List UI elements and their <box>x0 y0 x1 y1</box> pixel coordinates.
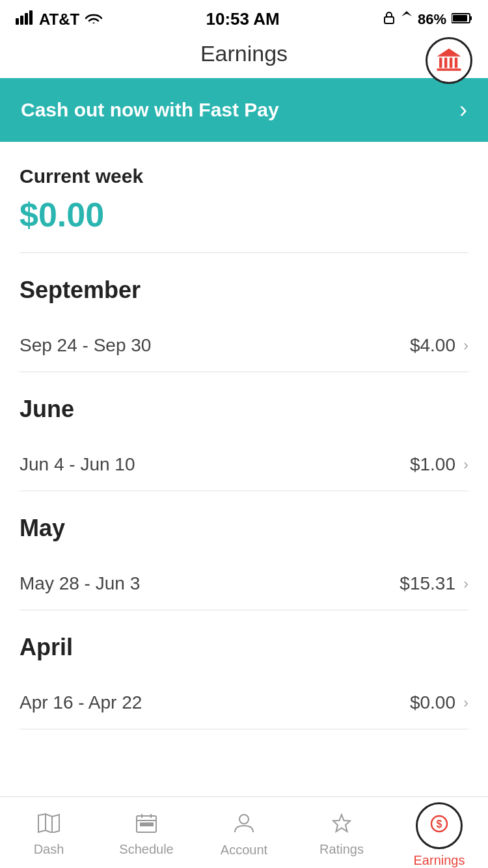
svg-rect-21 <box>141 823 144 826</box>
calendar-icon <box>136 813 157 838</box>
nav-ratings-label: Ratings <box>319 842 364 857</box>
week-amount: $15.31 <box>400 573 455 594</box>
status-left: AT&T <box>16 10 103 29</box>
week-amount-wrap: $1.00› <box>410 454 468 475</box>
main-content: Current week $0.00 SeptemberSep 24 - Sep… <box>0 142 488 729</box>
wifi-icon <box>85 10 103 29</box>
nav-earnings-label: Earnings <box>414 853 465 868</box>
nav-item-ratings[interactable]: Ratings <box>293 808 390 857</box>
month-section-april: AprilApr 16 - Apr 22$0.00› <box>20 610 468 729</box>
week-row[interactable]: May 28 - Jun 3$15.31› <box>20 558 468 610</box>
svg-rect-22 <box>145 823 148 826</box>
nav-item-dash[interactable]: Dash <box>0 808 98 857</box>
person-icon <box>234 813 254 839</box>
week-amount-wrap: $15.31› <box>400 573 468 594</box>
svg-rect-23 <box>150 823 153 826</box>
nav-item-earnings[interactable]: $ Earnings <box>390 797 488 868</box>
svg-rect-3 <box>29 10 33 25</box>
page-title: Earnings <box>200 41 288 66</box>
nav-item-schedule[interactable]: Schedule <box>98 808 195 857</box>
bottom-nav: Dash Schedule Account <box>0 796 488 868</box>
dollar-icon: $ <box>430 815 448 837</box>
row-chevron-icon: › <box>463 694 468 712</box>
svg-marker-8 <box>437 49 461 57</box>
svg-rect-9 <box>439 58 442 68</box>
row-chevron-icon: › <box>463 575 468 593</box>
svg-marker-25 <box>333 815 350 832</box>
svg-rect-10 <box>444 58 447 68</box>
status-bar: AT&T 10:53 AM 86% <box>0 0 488 34</box>
months-container: SeptemberSep 24 - Sep 30$4.00›JuneJun 4 … <box>20 253 468 729</box>
svg-rect-12 <box>455 58 457 68</box>
svg-rect-1 <box>20 16 23 25</box>
battery-percent: 86% <box>418 11 446 28</box>
svg-rect-0 <box>16 18 19 25</box>
fast-pay-banner[interactable]: Cash out now with Fast Pay › <box>0 78 488 142</box>
current-week-section: Current week $0.00 <box>20 142 468 253</box>
signal-icon <box>16 10 34 29</box>
svg-text:$: $ <box>437 819 442 830</box>
month-label: April <box>20 634 468 661</box>
status-time: 10:53 AM <box>206 9 279 29</box>
current-week-amount: $0.00 <box>20 195 468 234</box>
earnings-circle: $ <box>416 802 463 849</box>
status-right: 86% <box>383 10 472 29</box>
week-amount-wrap: $4.00› <box>410 335 468 356</box>
month-label: June <box>20 396 468 423</box>
month-section-june: JuneJun 4 - Jun 10$1.00› <box>20 372 468 491</box>
month-label: May <box>20 515 468 542</box>
nav-account-label: Account <box>221 843 267 858</box>
nav-schedule-label: Schedule <box>119 842 173 857</box>
svg-rect-11 <box>450 58 452 68</box>
svg-point-24 <box>239 815 249 824</box>
month-section-september: SeptemberSep 24 - Sep 30$4.00› <box>20 253 468 372</box>
svg-marker-14 <box>38 814 59 833</box>
week-row[interactable]: Sep 24 - Sep 30$4.00› <box>20 319 468 372</box>
row-chevron-icon: › <box>463 336 468 355</box>
week-row[interactable]: Jun 4 - Jun 10$1.00› <box>20 439 468 491</box>
week-range: Jun 4 - Jun 10 <box>20 454 135 475</box>
header: Earnings <box>0 34 488 78</box>
star-icon <box>331 813 352 838</box>
fast-pay-chevron-icon: › <box>459 96 467 124</box>
week-amount: $0.00 <box>410 692 455 713</box>
svg-rect-7 <box>453 15 467 21</box>
location-icon <box>401 10 413 29</box>
map-icon <box>38 813 60 838</box>
svg-rect-2 <box>25 13 28 25</box>
week-range: Apr 16 - Apr 22 <box>20 692 142 713</box>
month-label: September <box>20 277 468 304</box>
row-chevron-icon: › <box>463 455 468 474</box>
lock-icon <box>383 10 396 29</box>
current-week-label: Current week <box>20 165 468 187</box>
svg-rect-13 <box>437 68 461 71</box>
month-section-may: MayMay 28 - Jun 3$15.31› <box>20 491 468 610</box>
week-amount: $4.00 <box>410 335 455 356</box>
nav-item-account[interactable]: Account <box>195 807 293 858</box>
svg-rect-4 <box>385 17 394 23</box>
carrier-label: AT&T <box>39 10 79 29</box>
week-row[interactable]: Apr 16 - Apr 22$0.00› <box>20 677 468 729</box>
bank-icon <box>435 46 463 75</box>
week-amount-wrap: $0.00› <box>410 692 468 713</box>
week-range: Sep 24 - Sep 30 <box>20 335 151 356</box>
week-range: May 28 - Jun 3 <box>20 573 140 594</box>
battery-icon <box>452 11 472 28</box>
svg-rect-6 <box>470 16 472 20</box>
nav-dash-label: Dash <box>34 842 64 857</box>
week-amount: $1.00 <box>410 454 455 475</box>
fast-pay-text: Cash out now with Fast Pay <box>21 99 279 121</box>
bank-icon-button[interactable] <box>426 37 472 84</box>
